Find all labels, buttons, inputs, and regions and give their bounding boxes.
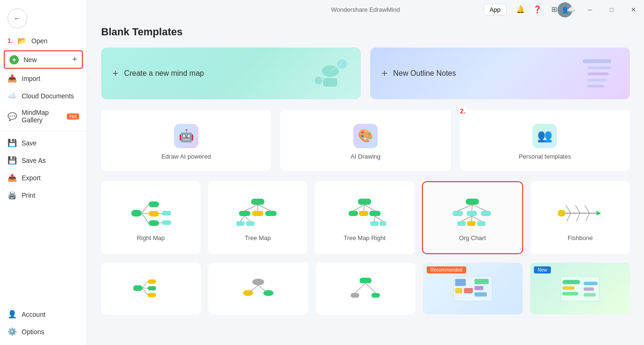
sidebar-item-account[interactable]: 👤 Account xyxy=(0,305,87,323)
org-chart-svg xyxy=(449,197,496,230)
svg-rect-11 xyxy=(131,210,142,217)
close-button[interactable]: ✕ xyxy=(622,0,644,19)
svg-rect-26 xyxy=(236,221,245,226)
card-label: AI Drawing xyxy=(350,153,381,160)
svg-marker-58 xyxy=(596,211,601,216)
svg-point-73 xyxy=(252,278,264,285)
svg-rect-37 xyxy=(370,221,379,226)
mind-map-deco xyxy=(309,55,351,92)
create-mind-map-card[interactable]: + Create a new mind map xyxy=(101,48,361,99)
svg-line-52 xyxy=(472,205,472,211)
grid-icon[interactable]: ⊞ xyxy=(547,2,561,16)
sidebar-item-import[interactable]: 📥 Import xyxy=(0,70,87,87)
svg-rect-78 xyxy=(359,278,371,283)
sidebar-item-label: Export xyxy=(22,174,40,182)
print-icon: 🖨️ xyxy=(8,191,17,200)
svg-line-20 xyxy=(159,213,162,214)
svg-line-70 xyxy=(143,281,148,288)
sidebar-item-saveas[interactable]: 💾 Save As xyxy=(0,152,87,169)
bottom-card-2[interactable] xyxy=(208,263,308,314)
sidebar-item-open[interactable]: 1. 📂 Open xyxy=(0,32,87,49)
tree-map-card[interactable]: Tree Map xyxy=(208,181,307,254)
recommended-card[interactable]: Recommended xyxy=(423,263,523,314)
step-badge: 1. xyxy=(8,37,13,44)
maximize-button[interactable]: □ xyxy=(601,0,622,19)
sidebar-item-options[interactable]: ⚙️ Options xyxy=(0,323,87,340)
org-chart-card[interactable]: Org Chart xyxy=(422,181,523,254)
svg-rect-6 xyxy=(583,59,611,63)
svg-rect-25 xyxy=(265,211,277,216)
options-icon: ⚙️ xyxy=(8,327,17,336)
step-2-badge: 2. xyxy=(458,107,468,115)
svg-rect-38 xyxy=(380,221,386,226)
bottom-card-3[interactable] xyxy=(316,263,415,314)
sidebar-item-save[interactable]: 💾 Save xyxy=(0,134,87,152)
header-icons: App 🔔 ❓ ⊞ ☁️ xyxy=(484,2,578,16)
cloud-icon: ☁️ xyxy=(8,91,17,100)
sidebar-item-print[interactable]: 🖨️ Print xyxy=(0,186,87,204)
personal-templates-card[interactable]: 2. 👥 Personal templates xyxy=(460,110,630,171)
map-label: Tree Map xyxy=(245,234,270,241)
fishbone-svg xyxy=(557,197,604,230)
tree-map-right-card[interactable]: Tree Map Right xyxy=(315,181,414,254)
sidebar-item-new[interactable]: + New + xyxy=(4,50,83,69)
svg-rect-14 xyxy=(149,220,159,226)
svg-line-43 xyxy=(375,216,383,221)
svg-line-51 xyxy=(458,205,472,211)
bell-icon[interactable]: 🔔 xyxy=(513,2,527,16)
new-template-svg xyxy=(559,273,601,304)
card-label: Edraw AI powered xyxy=(161,153,211,160)
svg-rect-50 xyxy=(477,221,485,226)
app-title: Wondershare EdrawMind xyxy=(331,6,400,13)
svg-rect-13 xyxy=(149,211,159,217)
sidebar-item-gallery[interactable]: 💬 MindMap Gallery Hot xyxy=(0,104,87,128)
svg-rect-79 xyxy=(351,293,359,297)
svg-rect-91 xyxy=(563,280,580,284)
back-button[interactable]: ← xyxy=(8,8,27,28)
sidebar-item-export[interactable]: 📤 Export xyxy=(0,169,87,186)
sidebar-item-cloud[interactable]: ☁️ Cloud Documents xyxy=(0,87,87,104)
edraw-ai-card[interactable]: 🤖 Edraw AI powered xyxy=(101,110,271,171)
svg-line-19 xyxy=(142,213,149,223)
sidebar-item-label: Save xyxy=(22,139,37,147)
svg-rect-93 xyxy=(563,292,579,296)
sidebar-bottom: 👤 Account ⚙️ Options xyxy=(0,305,87,340)
svg-rect-45 xyxy=(453,211,463,216)
fishbone-card[interactable]: Fishbone xyxy=(531,181,630,254)
svg-line-62 xyxy=(567,213,571,221)
svg-rect-22 xyxy=(251,199,264,205)
sidebar-item-label: MindMap Gallery xyxy=(22,109,60,124)
svg-line-56 xyxy=(472,216,481,221)
svg-rect-33 xyxy=(358,199,371,205)
svg-rect-46 xyxy=(467,211,477,216)
template-row: 🤖 Edraw AI powered 🎨 AI Drawing 2. 👥 Per… xyxy=(101,110,630,171)
svg-rect-15 xyxy=(162,211,171,216)
bottom-card-1[interactable] xyxy=(101,263,201,314)
map-label: Right Map xyxy=(137,234,165,241)
map-label: Org Chart xyxy=(459,234,486,241)
share-icon[interactable]: ☁️ xyxy=(564,2,578,16)
svg-rect-87 xyxy=(475,279,489,284)
ai-drawing-card[interactable]: 🎨 AI Drawing xyxy=(280,110,450,171)
svg-rect-89 xyxy=(475,292,487,297)
svg-rect-96 xyxy=(584,293,596,297)
tree-map-svg xyxy=(234,197,281,230)
svg-rect-85 xyxy=(455,288,462,293)
svg-rect-47 xyxy=(481,211,491,216)
svg-rect-35 xyxy=(359,211,368,216)
main-content: Blank Templates + Create a new mind map … xyxy=(87,0,644,345)
svg-line-28 xyxy=(245,205,258,211)
minimize-button[interactable]: ─ xyxy=(579,0,601,19)
svg-line-18 xyxy=(142,213,149,214)
svg-line-53 xyxy=(472,205,486,211)
svg-line-42 xyxy=(374,216,375,221)
sidebar-item-label: Options xyxy=(22,328,44,336)
svg-rect-86 xyxy=(464,288,473,293)
right-map-card[interactable]: Right Map xyxy=(101,181,200,254)
new-template-card[interactable]: New xyxy=(530,263,630,314)
app-button[interactable]: App xyxy=(484,4,507,16)
svg-rect-92 xyxy=(563,286,575,290)
new-outline-card[interactable]: + New Outline Notes xyxy=(370,48,630,99)
help-icon[interactable]: ❓ xyxy=(530,2,544,16)
saveas-icon: 💾 xyxy=(8,156,17,165)
